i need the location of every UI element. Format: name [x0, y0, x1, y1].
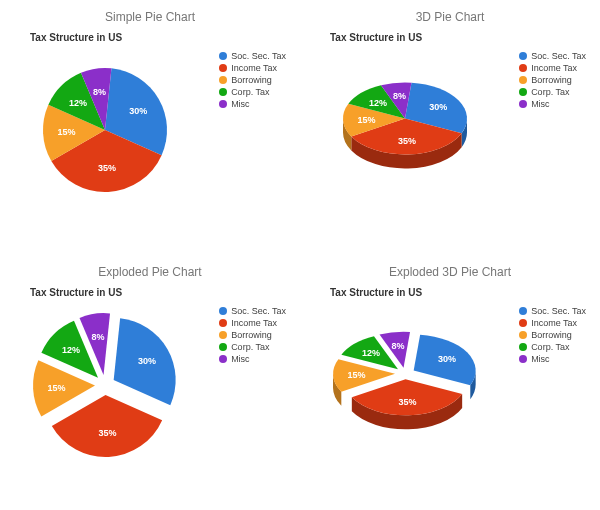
slice-label: 35%: [98, 163, 116, 173]
legend-label: Soc. Sec. Tax: [531, 51, 586, 61]
legend-item: Misc: [519, 354, 586, 364]
pie-chart: 30%35%15%12%8%: [330, 310, 480, 484]
panel-title: Simple Pie Chart: [6, 10, 294, 24]
legend-item: Borrowing: [219, 330, 286, 340]
legend-swatch: [519, 52, 527, 60]
legend-item: Income Tax: [219, 63, 286, 73]
legend-label: Borrowing: [531, 330, 572, 340]
slice-label: 8%: [393, 91, 406, 101]
slice-label: 30%: [138, 356, 156, 366]
legend-item: Soc. Sec. Tax: [519, 306, 586, 316]
legend-swatch: [219, 100, 227, 108]
panel-title: Exploded Pie Chart: [6, 265, 294, 279]
legend-swatch: [519, 343, 527, 351]
slice-label: 30%: [429, 102, 447, 112]
pie-wrap: 30%35%15%12%8%: [330, 55, 480, 215]
legend-label: Borrowing: [231, 75, 272, 85]
legend-item: Corp. Tax: [219, 342, 286, 352]
slice-label: 15%: [48, 383, 66, 393]
legend-item: Borrowing: [519, 330, 586, 340]
slice-label: 35%: [398, 136, 416, 146]
legend-label: Soc. Sec. Tax: [231, 51, 286, 61]
pie-wrap: 30%35%15%12%8%: [30, 310, 180, 470]
legend-label: Borrowing: [231, 330, 272, 340]
legend-label: Income Tax: [231, 318, 277, 328]
slice-label: 12%: [62, 345, 80, 355]
slice-label: 15%: [58, 127, 76, 137]
panel-title: 3D Pie Chart: [306, 10, 594, 24]
legend-item: Corp. Tax: [219, 87, 286, 97]
legend-swatch: [519, 319, 527, 327]
legend-swatch: [519, 88, 527, 96]
pie-slice: [52, 395, 162, 457]
pie-wrap: 30%35%15%12%8%: [30, 55, 180, 215]
chart-body: 30%35%15%12%8%Soc. Sec. TaxIncome TaxBor…: [306, 302, 594, 492]
legend-swatch: [519, 64, 527, 72]
slice-label: 12%: [69, 98, 87, 108]
slice-label: 30%: [129, 106, 147, 116]
slice-label: 12%: [369, 98, 387, 108]
legend-label: Misc: [531, 99, 550, 109]
legend-swatch: [219, 355, 227, 363]
legend-swatch: [219, 343, 227, 351]
legend-item: Soc. Sec. Tax: [219, 306, 286, 316]
legend: Soc. Sec. TaxIncome TaxBorrowingCorp. Ta…: [219, 51, 286, 111]
legend-item: Income Tax: [519, 318, 586, 328]
legend-label: Misc: [231, 99, 250, 109]
legend-label: Soc. Sec. Tax: [231, 306, 286, 316]
slice-label: 35%: [99, 428, 117, 438]
chart-title: Tax Structure in US: [30, 287, 294, 298]
legend-swatch: [519, 355, 527, 363]
slice-label: 15%: [358, 115, 376, 125]
chart-body: 30%35%15%12%8%Soc. Sec. TaxIncome TaxBor…: [6, 302, 294, 492]
chart-panel: 3D Pie ChartTax Structure in US30%35%15%…: [300, 0, 600, 255]
legend-label: Income Tax: [531, 318, 577, 328]
legend: Soc. Sec. TaxIncome TaxBorrowingCorp. Ta…: [219, 306, 286, 366]
legend-label: Corp. Tax: [231, 87, 269, 97]
chart-panel: Simple Pie ChartTax Structure in US30%35…: [0, 0, 300, 255]
legend-item: Corp. Tax: [519, 87, 586, 97]
pie-chart: 30%35%15%12%8%: [330, 55, 480, 229]
legend-swatch: [219, 307, 227, 315]
legend-item: Soc. Sec. Tax: [519, 51, 586, 61]
chart-body: 30%35%15%12%8%Soc. Sec. TaxIncome TaxBor…: [6, 47, 294, 237]
legend-label: Income Tax: [531, 63, 577, 73]
legend-item: Misc: [519, 99, 586, 109]
pie-chart: 30%35%15%12%8%: [30, 310, 180, 470]
panel-title: Exploded 3D Pie Chart: [306, 265, 594, 279]
chart-body: 30%35%15%12%8%Soc. Sec. TaxIncome TaxBor…: [306, 47, 594, 237]
legend-swatch: [219, 331, 227, 339]
legend-label: Income Tax: [231, 63, 277, 73]
slice-label: 15%: [348, 370, 366, 380]
legend-label: Soc. Sec. Tax: [531, 306, 586, 316]
slice-label: 12%: [362, 348, 380, 358]
legend-swatch: [219, 88, 227, 96]
slice-label: 8%: [93, 87, 106, 97]
legend-item: Misc: [219, 99, 286, 109]
legend-item: Income Tax: [519, 63, 586, 73]
legend: Soc. Sec. TaxIncome TaxBorrowingCorp. Ta…: [519, 306, 586, 366]
legend-swatch: [519, 331, 527, 339]
legend-swatch: [219, 64, 227, 72]
legend-item: Borrowing: [519, 75, 586, 85]
legend-swatch: [519, 100, 527, 108]
legend: Soc. Sec. TaxIncome TaxBorrowingCorp. Ta…: [519, 51, 586, 111]
legend-swatch: [519, 76, 527, 84]
legend-swatch: [219, 319, 227, 327]
legend-label: Corp. Tax: [231, 342, 269, 352]
legend-item: Borrowing: [219, 75, 286, 85]
legend-swatch: [519, 307, 527, 315]
legend-label: Misc: [231, 354, 250, 364]
pie-wrap: 30%35%15%12%8%: [330, 310, 480, 470]
chart-title: Tax Structure in US: [30, 32, 294, 43]
chart-title: Tax Structure in US: [330, 32, 594, 43]
slice-label: 8%: [391, 341, 404, 351]
chart-panel: Exploded Pie ChartTax Structure in US30%…: [0, 255, 300, 510]
slice-label: 30%: [438, 354, 456, 364]
legend-item: Soc. Sec. Tax: [219, 51, 286, 61]
legend-label: Borrowing: [531, 75, 572, 85]
legend-item: Misc: [219, 354, 286, 364]
chart-title: Tax Structure in US: [330, 287, 594, 298]
legend-label: Corp. Tax: [531, 87, 569, 97]
slice-label: 35%: [399, 397, 417, 407]
